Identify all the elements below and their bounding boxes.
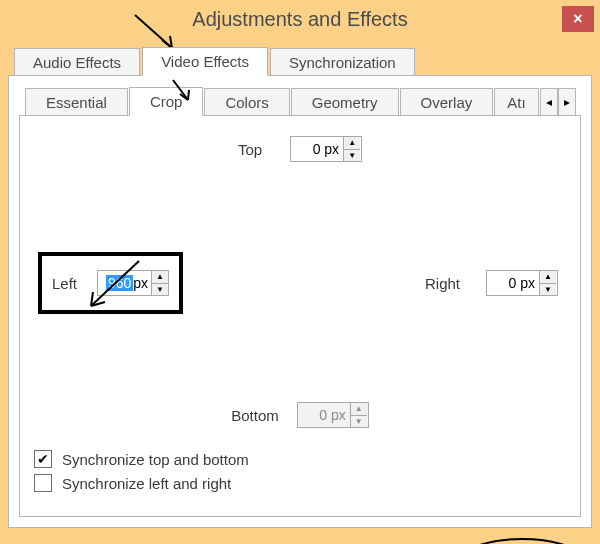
- crop-right-label: Right: [425, 275, 460, 292]
- main-panel: Essential Crop Colors Geometry Overlay A…: [8, 75, 592, 528]
- sync-tb-label: Synchronize top and bottom: [62, 451, 249, 468]
- tab-scroll-right[interactable]: ▸: [558, 88, 576, 116]
- annotation-ellipse-close: [462, 536, 582, 544]
- subtab-essential[interactable]: Essential: [25, 88, 128, 116]
- window-close-button[interactable]: ×: [562, 6, 594, 32]
- tab-synchronization[interactable]: Synchronization: [270, 48, 415, 76]
- subtab-geometry[interactable]: Geometry: [291, 88, 399, 116]
- crop-bottom-input: [298, 403, 350, 427]
- spin-up-icon[interactable]: ▲: [351, 403, 367, 416]
- checkbox-sync-lr[interactable]: [34, 474, 52, 492]
- crop-bottom-label: Bottom: [231, 407, 279, 424]
- crop-right-group: Right ▲ ▼: [425, 270, 562, 296]
- crop-bottom-spinner[interactable]: ▲ ▼: [297, 402, 369, 428]
- crop-top-input[interactable]: [291, 137, 343, 161]
- subtab-overlay[interactable]: Overlay: [400, 88, 494, 116]
- main-tab-row: Audio Effects Video Effects Synchronizat…: [8, 46, 592, 75]
- window-title: Adjustments and Effects: [192, 8, 407, 31]
- checkbox-sync-tb[interactable]: ✔: [34, 450, 52, 468]
- crop-left-spinner[interactable]: 960 px ▲ ▼: [97, 270, 169, 296]
- main-area: Audio Effects Video Effects Synchronizat…: [0, 38, 600, 536]
- spin-up-icon[interactable]: ▲: [344, 137, 360, 150]
- subtab-colors[interactable]: Colors: [204, 88, 289, 116]
- crop-left-input[interactable]: 960 px: [98, 271, 151, 295]
- crop-top-spinner[interactable]: ▲ ▼: [290, 136, 362, 162]
- crop-right-input[interactable]: [487, 271, 539, 295]
- crop-top-label: Top: [238, 141, 262, 158]
- tab-audio-effects[interactable]: Audio Effects: [14, 48, 140, 76]
- tab-video-effects[interactable]: Video Effects: [142, 47, 268, 76]
- titlebar: Adjustments and Effects ×: [0, 0, 600, 38]
- crop-panel: Top ▲ ▼ Left 960 px ▲: [19, 115, 581, 517]
- spin-up-icon[interactable]: ▲: [540, 271, 556, 284]
- svg-point-0: [466, 539, 578, 544]
- subtab-more[interactable]: Atı: [494, 88, 538, 116]
- spin-down-icon[interactable]: ▼: [344, 150, 360, 162]
- crop-left-group: Left 960 px ▲ ▼: [38, 252, 183, 314]
- crop-left-label: Left: [52, 275, 77, 292]
- subtab-crop[interactable]: Crop: [129, 87, 204, 116]
- spin-up-icon[interactable]: ▲: [152, 271, 168, 284]
- checkmark-icon: ✔: [37, 451, 49, 467]
- sync-options: ✔ Synchronize top and bottom Synchronize…: [34, 450, 566, 492]
- tab-scroll-left[interactable]: ◂: [540, 88, 558, 116]
- spin-down-icon[interactable]: ▼: [540, 284, 556, 296]
- close-icon: ×: [573, 10, 582, 28]
- crop-right-spinner[interactable]: ▲ ▼: [486, 270, 558, 296]
- spin-down-icon[interactable]: ▼: [152, 284, 168, 296]
- dialog-footer: Close: [0, 536, 600, 544]
- spin-down-icon[interactable]: ▼: [351, 416, 367, 428]
- sub-tab-row: Essential Crop Colors Geometry Overlay A…: [19, 86, 581, 115]
- sync-lr-label: Synchronize left and right: [62, 475, 231, 492]
